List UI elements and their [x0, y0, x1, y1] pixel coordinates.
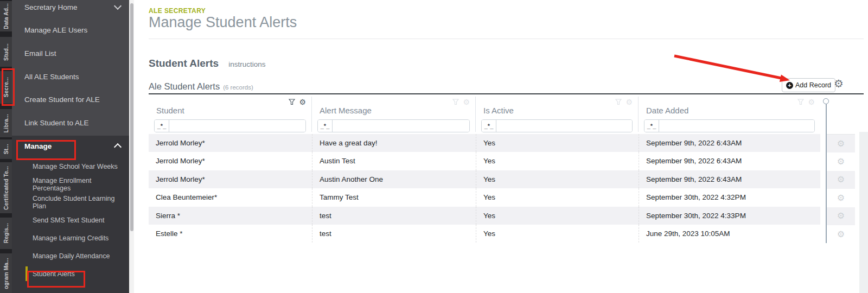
sidebar-item-manage-school-year-weeks[interactable]: Manage School Year Weeks — [12, 157, 129, 175]
cell-date-added: September 9th, 2022 6:43AM — [639, 152, 820, 170]
sidebar-manage-section: Manage Manage School Year Weeks Manage E… — [12, 136, 129, 293]
page-title: Manage Student Alerts — [149, 14, 297, 31]
add-record-button[interactable]: + Add Record — [782, 78, 835, 92]
sidebar-item-manage[interactable]: Manage — [12, 136, 129, 156]
submenu-item-label: Manage Daily Attendance — [33, 252, 110, 260]
sidebar-manage-submenu: Manage School Year Weeks Manage Enrollme… — [12, 157, 129, 283]
filter-input-is-active[interactable] — [496, 120, 632, 132]
vertical-tab-registrar[interactable]: Regis... — [0, 218, 12, 249]
row-actions: ⚙ — [827, 135, 855, 152]
vertical-tab-data-admin[interactable]: Data Ad... — [0, 1, 12, 31]
vertical-tab-label: Stud... — [3, 43, 9, 61]
vertical-tab-certificated-teacher[interactable]: Certificated Te... — [0, 162, 12, 213]
plus-circle-icon: + — [786, 82, 793, 89]
column-label[interactable]: Alert Message — [320, 106, 372, 115]
sidebar-item-label: All ALE Students — [24, 73, 79, 81]
sidebar-item-manage-daily-attendance[interactable]: Manage Daily Attendance — [12, 247, 129, 265]
main-content: ALE SECRETARY Manage Student Alerts Stud… — [134, 0, 868, 293]
row-gear-icon[interactable]: ⚙ — [837, 139, 845, 148]
filter-funnel-icon[interactable] — [615, 99, 622, 105]
table-row[interactable]: Estelle * test Yes June 29th, 2023 10:05… — [149, 225, 820, 243]
sidebar-item-secretary-home[interactable]: Secretary Home — [12, 0, 129, 19]
table-top-border — [149, 93, 864, 94]
sidebar-item-label: Secretary Home — [24, 3, 78, 11]
vertical-tab-secretary[interactable]: Secre... — [0, 71, 12, 104]
column-header-icons: ⚙ — [797, 98, 815, 106]
column-label[interactable]: Student — [156, 106, 184, 115]
column-gear-icon[interactable]: ⚙ — [463, 98, 470, 106]
table-settings-gear-icon[interactable]: ⚙ — [834, 78, 844, 89]
header-divider — [149, 39, 864, 39]
submenu-item-label: Manage Learning Credits — [33, 234, 108, 242]
cell-student: Estelle * — [149, 225, 312, 243]
table-row[interactable]: Clea Beuntemeier* Tammy Test Yes Septemb… — [149, 188, 820, 206]
filter-funnel-icon[interactable] — [452, 99, 459, 105]
sidebar-item-link-student-to-ale[interactable]: Link Student to ALE — [12, 111, 129, 135]
module-tabstrip: Data Ad... Stud... Secre... Libra... St.… — [0, 0, 12, 293]
table-row[interactable]: Jerrold Morley* Have a great day! Yes Se… — [149, 134, 820, 152]
sidebar-item-student-alerts[interactable]: Student Alerts — [12, 265, 129, 283]
filter-funnel-icon[interactable] — [289, 99, 295, 105]
cell-student: Jerrold Morley* — [149, 134, 312, 152]
vertical-tab-label: Certificated Te... — [3, 166, 9, 210]
chevron-up-icon — [114, 143, 122, 151]
filter-match-mode-button[interactable]: _*_ — [318, 120, 333, 132]
filter-funnel-icon[interactable] — [797, 99, 804, 105]
sidebar-scrollbar[interactable] — [129, 0, 134, 293]
row-gear-icon[interactable]: ⚙ — [837, 175, 845, 184]
cell-student: Jerrold Morley* — [149, 152, 312, 170]
cell-date-added: September 9th, 2022 6:43AM — [639, 134, 820, 152]
table-row[interactable]: Jerrold Morley* Austin Another One Yes S… — [149, 170, 820, 188]
chevron-down-icon — [114, 2, 122, 10]
sidebar-item-all-ale-students[interactable]: All ALE Students — [12, 65, 129, 88]
sidebar-item-label: Manage ALE Users — [24, 26, 87, 34]
filter-input-student[interactable] — [169, 120, 305, 132]
cell-is-active: Yes — [476, 207, 639, 225]
sidebar-item-conclude-student-learning-plan[interactable]: Conclude Student Learning Plan — [12, 193, 129, 211]
row-gear-icon[interactable]: ⚙ — [837, 230, 845, 239]
add-record-label: Add Record — [795, 81, 831, 89]
row-gear-icon[interactable]: ⚙ — [837, 194, 845, 202]
sidebar-item-manage-learning-credits[interactable]: Manage Learning Credits — [12, 229, 129, 247]
table-row[interactable]: Sierra * test Yes September 30th, 2022 4… — [149, 207, 820, 225]
filter-input-date-added[interactable] — [659, 120, 814, 132]
record-count: (6 records) — [223, 84, 253, 91]
filter-match-mode-button[interactable]: _*_ — [644, 120, 659, 132]
column-label[interactable]: Date Added — [646, 106, 688, 115]
row-gear-icon[interactable]: ⚙ — [837, 157, 845, 166]
column-label[interactable]: Is Active — [483, 106, 514, 115]
sidebar-menu: Secretary Home Manage ALE Users Email Li… — [12, 0, 129, 135]
vertical-tab-label: ogram Ma... — [3, 258, 9, 289]
cell-alert-message: test — [312, 207, 476, 225]
vertical-tab-st[interactable]: St... — [0, 139, 12, 159]
sidebar-item-label: Create Student for ALE — [24, 95, 100, 104]
column-resize-handle[interactable] — [823, 98, 829, 104]
table-title: Ale Student Alerts — [149, 81, 220, 92]
sidebar-item-manage-ale-users[interactable]: Manage ALE Users — [12, 19, 129, 42]
cell-is-active: Yes — [476, 188, 639, 206]
table-row[interactable]: Jerrold Morley* Austin Test Yes Septembe… — [149, 152, 820, 170]
instructions-link[interactable]: instructions — [228, 60, 265, 68]
filter-match-mode-button[interactable]: _*_ — [155, 120, 169, 132]
vertical-tab-library[interactable]: Libra... — [0, 109, 12, 137]
vertical-tab-student[interactable]: Stud... — [0, 37, 12, 67]
column-gear-icon[interactable]: ⚙ — [626, 98, 633, 106]
cell-student: Sierra * — [149, 207, 312, 225]
cell-is-active: Yes — [476, 152, 639, 170]
submenu-item-label: Conclude Student Learning Plan — [33, 195, 124, 210]
sidebar-item-create-student-for-ale[interactable]: Create Student for ALE — [12, 88, 129, 111]
sidebar-item-send-sms-text-student[interactable]: Send SMS Text Student — [12, 211, 129, 229]
cell-alert-message: test — [312, 225, 476, 243]
sidebar-item-email-list[interactable]: Email List — [12, 42, 129, 65]
filter-match-mode-button[interactable]: _*_ — [482, 120, 496, 132]
row-gear-icon[interactable]: ⚙ — [837, 212, 845, 220]
sidebar-item-manage-enrollment-percentages[interactable]: Manage Enrollment Percentages — [12, 175, 129, 193]
vertical-tab-program-manager[interactable]: ogram Ma... — [0, 253, 12, 293]
filter-input-alert-message[interactable] — [333, 120, 469, 132]
column-gear-icon[interactable]: ⚙ — [299, 98, 306, 106]
column-header-alert-message: ⚙ Alert Message _*_ — [312, 97, 476, 132]
sidebar-scrollbar-thumb[interactable] — [130, 3, 133, 231]
row-actions: ⚙ — [827, 207, 855, 225]
table-scrollbar-track[interactable] — [859, 132, 868, 293]
column-gear-icon[interactable]: ⚙ — [808, 98, 815, 106]
